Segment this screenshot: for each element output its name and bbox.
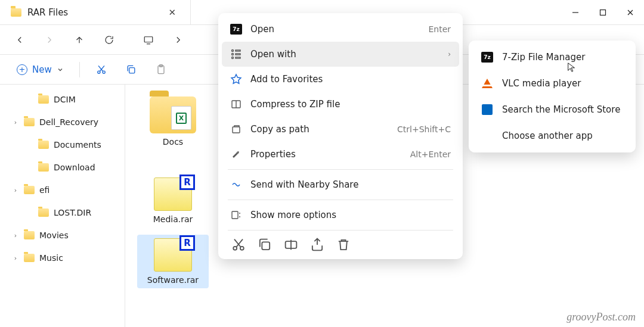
up-button[interactable]	[66, 29, 93, 51]
chevron-down-icon	[57, 66, 64, 73]
menu-open-with[interactable]: Open with ›	[222, 42, 459, 67]
wrench-icon	[230, 148, 242, 160]
svg-point-24	[240, 247, 244, 250]
paste-button[interactable]	[149, 58, 173, 81]
svg-rect-20	[232, 211, 238, 219]
svg-rect-8	[129, 67, 134, 73]
copy-path-icon	[230, 123, 242, 135]
7z-icon: 7z	[481, 51, 494, 64]
file-docs-folder[interactable]: X Docs	[137, 93, 209, 150]
new-button[interactable]: + New	[11, 61, 70, 79]
refresh-button[interactable]	[95, 29, 123, 51]
rar-icon: R	[154, 177, 192, 211]
submenu-ms-store[interactable]: Search the Microsoft Store	[472, 96, 632, 123]
folder-icon	[38, 163, 49, 172]
file-media-rar[interactable]: R Media.rar	[137, 174, 209, 228]
close-window-button[interactable]	[617, 0, 644, 24]
delete-icon[interactable]	[335, 236, 352, 253]
menu-divider	[228, 200, 453, 200]
window-controls	[562, 0, 644, 24]
forward-button[interactable]	[36, 29, 63, 51]
cut-button[interactable]	[89, 58, 113, 81]
svg-point-11	[232, 50, 234, 52]
open-with-icon	[230, 48, 242, 60]
menu-divider	[228, 230, 453, 231]
sidebar-item-lostdir[interactable]: ›LOST.DIR	[0, 201, 125, 224]
menu-divider	[228, 169, 453, 170]
svg-point-6	[97, 71, 100, 73]
store-icon	[481, 103, 494, 116]
sidebar-item-documents[interactable]: ›Documents	[0, 133, 125, 156]
menu-add-favorites[interactable]: Add to Favorites	[222, 67, 459, 92]
more-icon	[230, 209, 242, 221]
new-label: New	[32, 64, 52, 75]
blank-icon	[481, 129, 494, 142]
menu-open[interactable]: 7z Open Enter	[222, 17, 459, 42]
this-pc-icon[interactable]	[135, 29, 162, 51]
folder-icon	[38, 141, 49, 149]
open-with-submenu: 7z 7-Zip File Manager VLC media player S…	[469, 41, 636, 152]
svg-rect-1	[600, 10, 606, 15]
nearby-share-icon	[230, 179, 242, 191]
svg-rect-16	[236, 57, 240, 58]
copy-icon[interactable]	[256, 236, 273, 253]
folder-icon	[38, 95, 49, 104]
folder-icon	[11, 8, 21, 17]
back-button[interactable]	[6, 29, 33, 51]
menu-nearby-share[interactable]: Send with Nearby Share	[222, 172, 459, 197]
svg-rect-19	[233, 127, 240, 133]
menu-copy-path[interactable]: Copy as path Ctrl+Shift+C	[222, 117, 459, 142]
svg-rect-4	[144, 36, 153, 42]
submenu-vlc[interactable]: VLC media player	[472, 70, 632, 96]
sidebar-item-dcim[interactable]: ›DCIM	[0, 88, 125, 111]
svg-point-23	[233, 247, 237, 250]
vlc-icon	[481, 77, 494, 90]
folder-icon	[38, 208, 49, 217]
tab-title: RAR Files	[27, 7, 68, 18]
folder-icon: X	[150, 96, 196, 133]
sidebar-item-download[interactable]: ›Download	[0, 156, 125, 179]
submenu-choose-app[interactable]: Choose another app	[472, 123, 632, 149]
tab-rar-files[interactable]: RAR Files ✕	[0, 0, 191, 24]
svg-point-13	[232, 57, 234, 59]
zip-icon	[230, 98, 242, 110]
submenu-7zip[interactable]: 7z 7-Zip File Manager	[472, 44, 632, 70]
menu-show-more[interactable]: Show more options	[222, 203, 459, 228]
minimize-button[interactable]	[562, 0, 589, 24]
folder-icon	[24, 118, 35, 126]
sidebar-item-music[interactable]: ›Music	[0, 247, 125, 269]
sidebar-item-movies[interactable]: ›Movies	[0, 224, 125, 247]
chevron-right-icon: ›	[448, 50, 451, 58]
svg-point-7	[103, 71, 105, 73]
sidebar: ›DCIM ›Dell_Recovery ›Documents ›Downloa…	[0, 85, 125, 327]
plus-icon: +	[17, 64, 27, 75]
folder-icon	[24, 254, 35, 262]
watermark: groovyPost.com	[566, 311, 636, 323]
cursor-icon	[566, 62, 577, 75]
maximize-button[interactable]	[589, 0, 617, 24]
svg-rect-25	[262, 242, 270, 250]
context-menu: 7z Open Enter Open with › Add to Favorit…	[218, 13, 463, 259]
svg-rect-15	[236, 54, 240, 55]
folder-icon	[24, 186, 35, 194]
rar-icon: R	[154, 238, 192, 272]
menu-compress-zip[interactable]: Compress to ZIP file	[222, 92, 459, 117]
folder-icon	[24, 231, 35, 239]
close-tab-icon[interactable]: ✕	[165, 5, 179, 20]
rename-icon[interactable]	[283, 236, 299, 253]
svg-rect-14	[236, 50, 240, 51]
copy-button[interactable]	[119, 58, 143, 81]
7z-icon: 7z	[230, 23, 242, 35]
file-software-rar[interactable]: R Software.rar	[137, 235, 209, 288]
star-icon	[230, 73, 242, 85]
menu-action-row	[222, 233, 459, 256]
breadcrumb-arrow-icon[interactable]	[165, 29, 192, 51]
sidebar-item-efi[interactable]: ›efi	[0, 179, 125, 201]
menu-properties[interactable]: Properties Alt+Enter	[222, 142, 459, 167]
sidebar-item-dell-recovery[interactable]: ›Dell_Recovery	[0, 111, 125, 133]
svg-point-12	[232, 54, 234, 55]
share-icon[interactable]	[309, 236, 326, 253]
cut-icon[interactable]	[230, 236, 247, 253]
separator	[79, 62, 80, 77]
